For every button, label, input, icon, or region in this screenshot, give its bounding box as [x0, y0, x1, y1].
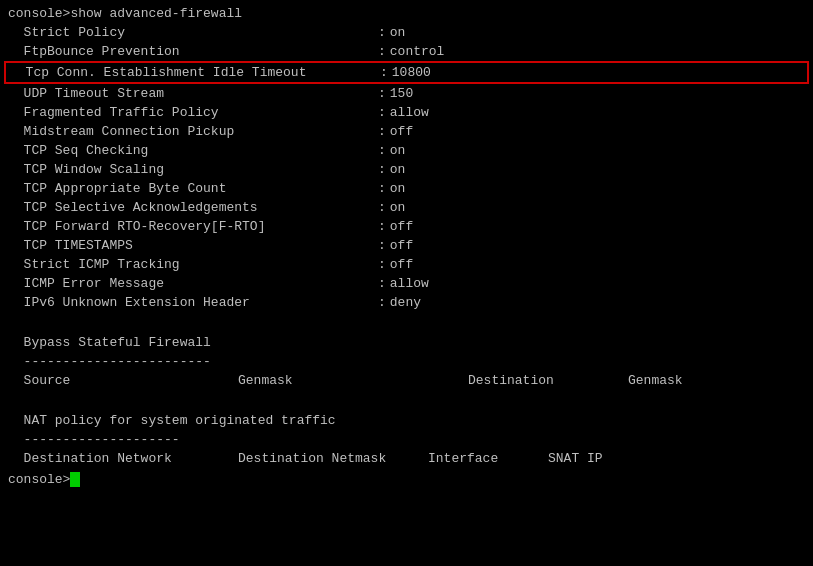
nat-col-iface: Interface: [428, 449, 548, 468]
line-value: allow: [390, 274, 429, 293]
command-line: console> show advanced-firewall: [0, 4, 813, 23]
line-colon: :: [378, 198, 386, 217]
output-line: Fragmented Traffic Policy:allow: [0, 103, 813, 122]
line-value: on: [390, 198, 406, 217]
nat-col-destmask: Destination Netmask: [238, 449, 428, 468]
line-colon: :: [378, 122, 386, 141]
line-key: IPv6 Unknown Extension Header: [8, 293, 378, 312]
line-key: TCP Window Scaling: [8, 160, 378, 179]
line-value: off: [390, 236, 413, 255]
line-key: TCP Appropriate Byte Count: [8, 179, 378, 198]
line-colon: :: [378, 179, 386, 198]
prompt: console>: [8, 4, 70, 23]
line-colon: :: [378, 160, 386, 179]
line-colon: :: [378, 42, 386, 61]
line-value: allow: [390, 103, 429, 122]
line-value: off: [390, 255, 413, 274]
line-value: off: [390, 217, 413, 236]
line-colon: :: [378, 84, 386, 103]
col-destination: Destination: [468, 371, 628, 390]
line-key: Midstream Connection Pickup: [8, 122, 378, 141]
output-line: Strict Policy:on: [0, 23, 813, 42]
line-value: on: [390, 179, 406, 198]
output-line: TCP Forward RTO-Recovery[F-RTO]:off: [0, 217, 813, 236]
line-colon: :: [378, 141, 386, 160]
command: show advanced-firewall: [70, 4, 242, 23]
line-value: control: [390, 42, 445, 61]
output-line: TCP Selective Acknowledgements:on: [0, 198, 813, 217]
line-key: UDP Timeout Stream: [8, 84, 378, 103]
line-colon: :: [378, 103, 386, 122]
line-key: TCP Selective Acknowledgements: [8, 198, 378, 217]
output-line: FtpBounce Prevention:control: [0, 42, 813, 61]
line-colon: :: [380, 63, 388, 82]
nat-col-snat: SNAT IP: [548, 449, 603, 468]
col-source: Source: [8, 371, 238, 390]
col-genmask2: Genmask: [628, 371, 683, 390]
line-colon: :: [378, 274, 386, 293]
end-prompt: console>: [8, 470, 70, 489]
output-line: TCP Seq Checking:on: [0, 141, 813, 160]
line-key: TCP Forward RTO-Recovery[F-RTO]: [8, 217, 378, 236]
empty-line: [0, 312, 813, 331]
end-prompt-line: console>: [0, 470, 813, 489]
line-key: ICMP Error Message: [8, 274, 378, 293]
line-key: Fragmented Traffic Policy: [8, 103, 378, 122]
line-value: on: [390, 141, 406, 160]
bypass-divider: ------------------------: [0, 352, 813, 371]
line-colon: :: [378, 293, 386, 312]
line-value: 150: [390, 84, 413, 103]
output-line: UDP Timeout Stream:150: [0, 84, 813, 103]
line-value: off: [390, 122, 413, 141]
bypass-title: Bypass Stateful Firewall: [0, 333, 813, 352]
output-line: ICMP Error Message:allow: [0, 274, 813, 293]
output-line: Midstream Connection Pickup:off: [0, 122, 813, 141]
line-key: TCP Seq Checking: [8, 141, 378, 160]
bypass-columns: SourceGenmaskDestinationGenmask: [0, 371, 813, 390]
line-value: deny: [390, 293, 421, 312]
line-key: Tcp Conn. Establishment Idle Timeout: [10, 63, 380, 82]
line-colon: :: [378, 217, 386, 236]
terminal: console> show advanced-firewall Strict P…: [0, 0, 813, 566]
nat-title: NAT policy for system originated traffic: [0, 411, 813, 430]
output-line: TCP TIMESTAMPS:off: [0, 236, 813, 255]
output-line: Strict ICMP Tracking:off: [0, 255, 813, 274]
cursor: [70, 472, 80, 487]
nat-columns: Destination NetworkDestination NetmaskIn…: [0, 449, 813, 468]
line-colon: :: [378, 23, 386, 42]
output-line: TCP Appropriate Byte Count:on: [0, 179, 813, 198]
output-line: IPv6 Unknown Extension Header:deny: [0, 293, 813, 312]
empty-line-2: [0, 390, 813, 409]
line-colon: :: [378, 255, 386, 274]
line-key: Strict ICMP Tracking: [8, 255, 378, 274]
nat-col-destnet: Destination Network: [8, 449, 238, 468]
line-value: on: [390, 23, 406, 42]
line-colon: :: [378, 236, 386, 255]
output-line: Tcp Conn. Establishment Idle Timeout:108…: [4, 61, 809, 84]
col-genmask1: Genmask: [238, 371, 468, 390]
line-key: FtpBounce Prevention: [8, 42, 378, 61]
nat-divider: --------------------: [0, 430, 813, 449]
line-value: 10800: [392, 63, 431, 82]
line-key: TCP TIMESTAMPS: [8, 236, 378, 255]
line-value: on: [390, 160, 406, 179]
output-line: TCP Window Scaling:on: [0, 160, 813, 179]
output-lines: Strict Policy:on FtpBounce Prevention:co…: [0, 23, 813, 468]
line-key: Strict Policy: [8, 23, 378, 42]
